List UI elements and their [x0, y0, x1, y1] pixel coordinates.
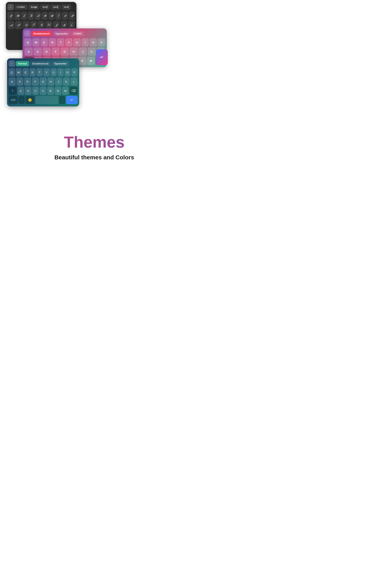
key-s-2[interactable]: S — [34, 47, 42, 56]
key-p-1[interactable]: 𝒫 — [69, 12, 75, 20]
key-s-1[interactable]: 𝒮 — [15, 21, 22, 29]
key-u-1[interactable]: 𝒰 — [48, 12, 55, 20]
key-f-1[interactable]: ℱ — [30, 21, 37, 29]
enter-button-2[interactable]: ↵ — [96, 49, 108, 65]
key-r-2[interactable]: R — [49, 38, 56, 47]
key-w-2[interactable]: W — [32, 38, 40, 47]
key-row-3-2: A S D F G H J K L — [9, 77, 78, 86]
key-f-3[interactable]: F — [32, 77, 39, 86]
key-q-1[interactable]: 𝒬 — [7, 12, 13, 20]
tab-normal-3[interactable]: Normal — [16, 61, 29, 66]
key-y-2[interactable]: Y — [65, 38, 72, 47]
key-q-2[interactable]: Q — [24, 38, 32, 47]
key-k-3[interactable]: K — [63, 77, 70, 86]
key-u-3[interactable]: U — [51, 68, 57, 76]
key-o-1[interactable]: 𝒪 — [62, 12, 68, 20]
key-g-3[interactable]: G — [40, 77, 47, 86]
key-i-1[interactable]: ℐ — [55, 12, 61, 20]
key-y-3[interactable]: Y — [44, 68, 50, 76]
key-y-1[interactable]: 𝒴 — [42, 12, 48, 20]
key-p-2[interactable]: P — [98, 38, 105, 47]
key-a-2[interactable]: A — [24, 47, 33, 56]
key-e-1[interactable]: ℰ — [21, 12, 27, 20]
key-o-2[interactable]: O — [90, 38, 97, 47]
key-k-2[interactable]: K — [88, 47, 96, 56]
key-d-3[interactable]: D — [24, 77, 31, 86]
key-r-1[interactable]: ℛ — [28, 12, 34, 20]
key-f-2[interactable]: F — [52, 47, 60, 56]
key-o-3[interactable]: O — [64, 68, 71, 76]
key-g-2[interactable]: G — [60, 47, 69, 56]
font-tab-bar-1: ‹ COMIC Script Serif Serif Serif — [7, 4, 75, 10]
key-b-3[interactable]: B — [47, 87, 54, 95]
key-q-3[interactable]: Q — [9, 68, 15, 76]
tab-script-1[interactable]: Script — [28, 4, 39, 10]
keyboard-normal: ‹ Normal Doublestruck Typewriter Q W E R… — [7, 59, 79, 106]
key-d-2[interactable]: D — [43, 47, 51, 56]
key-row-3-3: ⇧ Z X C V B N M ⌫ — [9, 87, 78, 95]
key-comma-3[interactable]: , — [19, 96, 25, 104]
key-m-3[interactable]: M — [62, 87, 69, 95]
key-z-3[interactable]: Z — [17, 87, 24, 95]
tab-doublestruck-2[interactable]: Doublestruck — [31, 31, 52, 36]
key-w-1[interactable]: 𝒲 — [14, 12, 20, 20]
key-n-2[interactable]: N — [78, 57, 86, 65]
back-button-1[interactable]: ‹ — [7, 4, 14, 10]
key-a-3[interactable]: A — [9, 77, 16, 86]
themes-section: Themes Beautiful themes and Colors — [0, 121, 188, 169]
key-d-1[interactable]: 𝒟 — [23, 21, 29, 29]
key-w-3[interactable]: W — [16, 68, 22, 76]
key-e-2[interactable]: E — [41, 38, 48, 47]
key-j-1[interactable]: 𝒥 — [53, 21, 60, 29]
key-l-3[interactable]: L — [71, 77, 78, 86]
tab-doublestruck-3[interactable]: Doublestruck — [30, 61, 51, 66]
key-e-3[interactable]: E — [23, 68, 29, 76]
key-delete-3[interactable]: ⌫ — [70, 87, 78, 95]
font-tab-bar-2: ‹ Doublestruck Typewriter COMIC — [24, 30, 105, 37]
key-u-2[interactable]: U — [73, 38, 81, 47]
keyboards-section: ‹ COMIC Script Serif Serif Serif 𝒬 𝒲 ℰ ℛ… — [0, 0, 188, 121]
tab-serif-2[interactable]: Serif — [51, 4, 60, 10]
key-c-3[interactable]: C — [32, 87, 39, 95]
key-j-3[interactable]: J — [55, 77, 62, 86]
key-r-3[interactable]: R — [30, 68, 36, 76]
key-enter-3[interactable]: ↵ — [66, 96, 78, 104]
key-h-2[interactable]: H — [70, 47, 78, 56]
font-tab-bar-3: ‹ Normal Doublestruck Typewriter — [9, 60, 78, 67]
tab-comic-2[interactable]: COMIC — [71, 31, 84, 36]
tab-comic-1[interactable]: COMIC — [14, 4, 28, 10]
key-s-3[interactable]: S — [16, 77, 24, 86]
tab-serif-1[interactable]: Serif — [40, 4, 50, 10]
key-l-1[interactable]: ℒ — [68, 21, 75, 29]
key-n-3[interactable]: N — [55, 87, 61, 95]
key-t-1[interactable]: 𝒯 — [35, 12, 41, 20]
key-v-3[interactable]: V — [40, 87, 47, 95]
key-a-1[interactable]: 𝒜 — [7, 21, 14, 29]
key-i-2[interactable]: I — [82, 38, 89, 47]
key-t-3[interactable]: T — [36, 68, 43, 76]
key-num-3[interactable]: 123 — [9, 96, 18, 104]
key-row-2-2: A S D F G H J K L — [24, 47, 105, 56]
tab-serif-3[interactable]: Serif — [61, 4, 71, 10]
key-p-3[interactable]: P — [71, 68, 78, 76]
key-k-1[interactable]: 𝒦 — [60, 21, 67, 29]
key-h-3[interactable]: H — [47, 77, 55, 86]
key-space-3[interactable] — [35, 96, 59, 104]
themes-title: Themes — [4, 133, 185, 151]
key-i-3[interactable]: I — [58, 68, 64, 76]
key-h-1[interactable]: ℋ — [45, 21, 52, 29]
key-t-2[interactable]: T — [57, 38, 64, 47]
key-shift-3[interactable]: ⇧ — [9, 87, 17, 95]
key-m-2[interactable]: M — [87, 57, 95, 65]
key-x-3[interactable]: X — [25, 87, 32, 95]
tab-typewriter-2[interactable]: Typewriter — [53, 31, 70, 36]
back-button-2[interactable]: ‹ — [24, 30, 30, 37]
key-period-3[interactable]: . — [59, 96, 65, 104]
page-container: ‹ COMIC Script Serif Serif Serif 𝒬 𝒲 ℰ ℛ… — [0, 0, 188, 169]
tab-typewriter-3[interactable]: Typewriter — [52, 61, 69, 66]
key-g-1[interactable]: 𝒢 — [38, 21, 45, 29]
back-button-3[interactable]: ‹ — [9, 60, 15, 67]
key-row-3-4: 123 , 😊 . ↵ — [9, 96, 78, 104]
key-j-2[interactable]: J — [79, 47, 87, 56]
key-emoji-3[interactable]: 😊 — [25, 96, 35, 104]
